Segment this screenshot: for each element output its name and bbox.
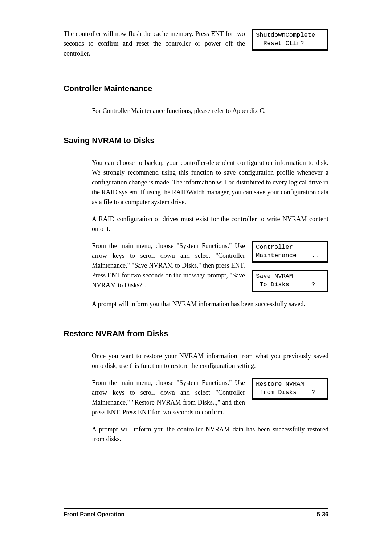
- section-controller-maintenance: Controller Maintenance For Controller Ma…: [64, 84, 328, 116]
- saving-para4: A prompt will inform you that NVRAM info…: [92, 299, 328, 309]
- lcd-restore-nvram: Restore NVRAM from Disks ?: [252, 378, 328, 400]
- heading-restore-nvram: Restore NVRAM from Disks: [64, 329, 328, 338]
- lcd-save-nvram: Save NVRAM To Disks ?: [252, 270, 328, 292]
- saving-side-by-side: From the main menu, choose "System Funct…: [92, 241, 328, 292]
- restore-para3: A prompt will inform you the controller …: [92, 425, 328, 444]
- controller-maintenance-text: For Controller Maintenance functions, pl…: [92, 106, 328, 116]
- footer-left: Front Panel Operation: [64, 511, 124, 518]
- saving-para2: A RAID configuration of drives must exis…: [92, 214, 328, 234]
- lcd-controller-maintenance: Controller Maintenance ..: [252, 241, 328, 263]
- lcd-column-save: Controller Maintenance .. Save NVRAM To …: [252, 241, 328, 292]
- footer-right: 5-36: [317, 511, 328, 518]
- restore-para2: From the main menu, choose "System Funct…: [92, 378, 245, 417]
- restore-para1: Once you want to restore your NVRAM info…: [92, 351, 328, 371]
- heading-saving-nvram: Saving NVRAM to Disks: [64, 136, 328, 145]
- section-restore-nvram: Restore NVRAM from Disks Once you want t…: [64, 329, 328, 444]
- section-saving-nvram: Saving NVRAM to Disks You can choose to …: [64, 136, 328, 309]
- restore-side-by-side: From the main menu, choose "System Funct…: [92, 378, 328, 417]
- lcd-shutdown: ShutdownComplete Reset Ctlr?: [252, 29, 328, 51]
- saving-para1: You can choose to backup your controller…: [92, 158, 328, 207]
- page-footer: Front Panel Operation 5-36: [64, 508, 328, 518]
- intro-text: The controller will now flush the cache …: [64, 29, 245, 58]
- intro-section: The controller will now flush the cache …: [64, 29, 328, 58]
- saving-para3: From the main menu, choose "System Funct…: [92, 241, 245, 290]
- heading-controller-maintenance: Controller Maintenance: [64, 84, 328, 93]
- lcd-column-restore: Restore NVRAM from Disks ?: [252, 378, 328, 400]
